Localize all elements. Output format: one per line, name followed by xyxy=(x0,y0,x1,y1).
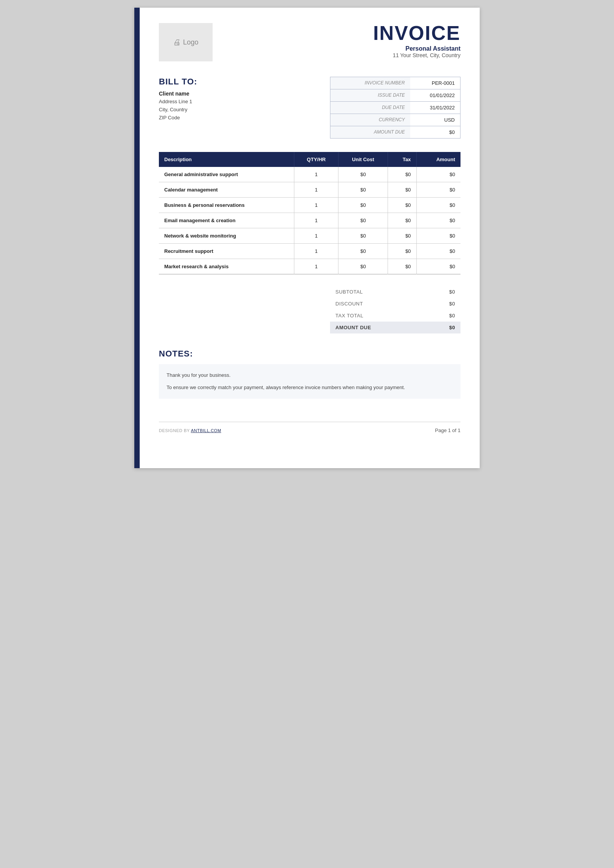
row-qty: 1 xyxy=(294,167,338,182)
meta-row: AMOUNT DUE $0 xyxy=(330,126,460,138)
tax-total-label: TAX TOTAL xyxy=(335,313,363,318)
client-name: Client name xyxy=(159,91,197,97)
row-amount: $0 xyxy=(416,259,460,274)
row-qty: 1 xyxy=(294,182,338,198)
row-qty: 1 xyxy=(294,198,338,213)
subtotal-label: SUBTOTAL xyxy=(335,289,363,295)
client-address-line2: City, Country xyxy=(159,106,197,114)
row-description: Recruitment support xyxy=(159,244,294,259)
notes-line1: Thank you for your business. xyxy=(167,371,453,380)
discount-row: DISCOUNT $0 xyxy=(330,298,460,310)
meta-value: 31/01/2022 xyxy=(410,102,460,114)
col-qty: QTY/HR xyxy=(294,152,338,167)
row-qty: 1 xyxy=(294,213,338,228)
row-tax: $0 xyxy=(388,259,416,274)
meta-value: 01/01/2022 xyxy=(410,89,460,101)
logo-icon: 🖨 xyxy=(173,38,181,47)
col-amount: Amount xyxy=(416,152,460,167)
logo-text: Logo xyxy=(183,38,198,46)
table-row: General administrative support 1 $0 $0 $… xyxy=(159,167,460,182)
tax-total-value: $0 xyxy=(449,313,455,318)
notes-box: Thank you for your business. To ensure w… xyxy=(159,364,460,399)
meta-value: PER-0001 xyxy=(410,77,460,89)
invoice-title: INVOICE xyxy=(373,23,460,43)
row-tax: $0 xyxy=(388,244,416,259)
meta-row: INVOICE NUMBER PER-0001 xyxy=(330,77,460,89)
row-tax: $0 xyxy=(388,182,416,198)
subtotal-row: SUBTOTAL $0 xyxy=(330,286,460,298)
footer-designed-prefix: DESIGNED BY xyxy=(159,428,190,433)
row-unit-cost: $0 xyxy=(338,259,388,274)
notes-section: NOTES: Thank you for your business. To e… xyxy=(159,349,460,399)
left-accent-bar xyxy=(134,8,140,468)
footer: DESIGNED BY ANTBILL.COM Page 1 of 1 xyxy=(159,422,460,433)
row-unit-cost: $0 xyxy=(338,182,388,198)
bill-section: BILL TO: Client name Address Line 1 City… xyxy=(159,77,460,139)
table-row: Calendar management 1 $0 $0 $0 xyxy=(159,182,460,198)
meta-row: ISSUE DATE 01/01/2022 xyxy=(330,89,460,102)
row-description: Market research & analysis xyxy=(159,259,294,274)
row-tax: $0 xyxy=(388,213,416,228)
footer-designed-link[interactable]: ANTBILL.COM xyxy=(191,428,221,433)
row-tax: $0 xyxy=(388,228,416,244)
discount-label: DISCOUNT xyxy=(335,301,363,307)
col-tax: Tax xyxy=(388,152,416,167)
meta-value: $0 xyxy=(410,126,460,138)
row-tax: $0 xyxy=(388,198,416,213)
row-description: Network & website monitoring xyxy=(159,228,294,244)
footer-designed: DESIGNED BY ANTBILL.COM xyxy=(159,428,221,433)
row-qty: 1 xyxy=(294,259,338,274)
invoice-meta-table: INVOICE NUMBER PER-0001 ISSUE DATE 01/01… xyxy=(330,77,460,139)
subtotal-value: $0 xyxy=(449,289,455,295)
row-description: Calendar management xyxy=(159,182,294,198)
row-amount: $0 xyxy=(416,213,460,228)
row-qty: 1 xyxy=(294,244,338,259)
meta-label: DUE DATE xyxy=(330,102,410,114)
meta-row: DUE DATE 31/01/2022 xyxy=(330,102,460,114)
invoice-header: 🖨 Logo INVOICE Personal Assistant 11 You… xyxy=(159,23,460,61)
row-unit-cost: $0 xyxy=(338,167,388,182)
bill-to-left: BILL TO: Client name Address Line 1 City… xyxy=(159,77,197,122)
notes-line2: To ensure we correctly match your paymen… xyxy=(167,383,453,392)
discount-value: $0 xyxy=(449,301,455,307)
meta-label: CURRENCY xyxy=(330,114,410,126)
notes-title: NOTES: xyxy=(159,349,460,359)
row-description: General administrative support xyxy=(159,167,294,182)
col-unit-cost: Unit Cost xyxy=(338,152,388,167)
table-row: Market research & analysis 1 $0 $0 $0 xyxy=(159,259,460,274)
invoice-title-block: INVOICE Personal Assistant 11 Your Stree… xyxy=(373,23,460,58)
logo-box: 🖨 Logo xyxy=(159,23,213,61)
meta-row: CURRENCY USD xyxy=(330,114,460,126)
col-description: Description xyxy=(159,152,294,167)
table-row: Network & website monitoring 1 $0 $0 $0 xyxy=(159,228,460,244)
client-address-line1: Address Line 1 xyxy=(159,98,197,106)
totals-block: SUBTOTAL $0 DISCOUNT $0 TAX TOTAL $0 AMO… xyxy=(330,286,460,333)
row-amount: $0 xyxy=(416,167,460,182)
row-unit-cost: $0 xyxy=(338,198,388,213)
row-amount: $0 xyxy=(416,182,460,198)
row-unit-cost: $0 xyxy=(338,244,388,259)
company-address: 11 Your Street, City, Country xyxy=(373,52,460,58)
amount-due-label: AMOUNT DUE xyxy=(335,325,371,330)
bill-to-title: BILL TO: xyxy=(159,77,197,87)
footer-page: Page 1 of 1 xyxy=(435,427,461,433)
invoice-page: 🖨 Logo INVOICE Personal Assistant 11 You… xyxy=(134,8,480,468)
row-tax: $0 xyxy=(388,167,416,182)
row-amount: $0 xyxy=(416,198,460,213)
row-description: Email management & creation xyxy=(159,213,294,228)
amount-due-value: $0 xyxy=(449,325,455,330)
table-row: Email management & creation 1 $0 $0 $0 xyxy=(159,213,460,228)
table-row: Recruitment support 1 $0 $0 $0 xyxy=(159,244,460,259)
amount-due-row: AMOUNT DUE $0 xyxy=(330,322,460,333)
meta-label: AMOUNT DUE xyxy=(330,126,410,138)
row-amount: $0 xyxy=(416,244,460,259)
meta-value: USD xyxy=(410,114,460,126)
row-amount: $0 xyxy=(416,228,460,244)
items-table: Description QTY/HR Unit Cost Tax Amount … xyxy=(159,152,460,274)
totals-section: SUBTOTAL $0 DISCOUNT $0 TAX TOTAL $0 AMO… xyxy=(159,286,460,333)
company-name: Personal Assistant xyxy=(373,45,460,52)
table-header-row: Description QTY/HR Unit Cost Tax Amount xyxy=(159,152,460,167)
client-address-line3: ZIP Code xyxy=(159,114,197,122)
row-unit-cost: $0 xyxy=(338,228,388,244)
meta-label: ISSUE DATE xyxy=(330,89,410,101)
